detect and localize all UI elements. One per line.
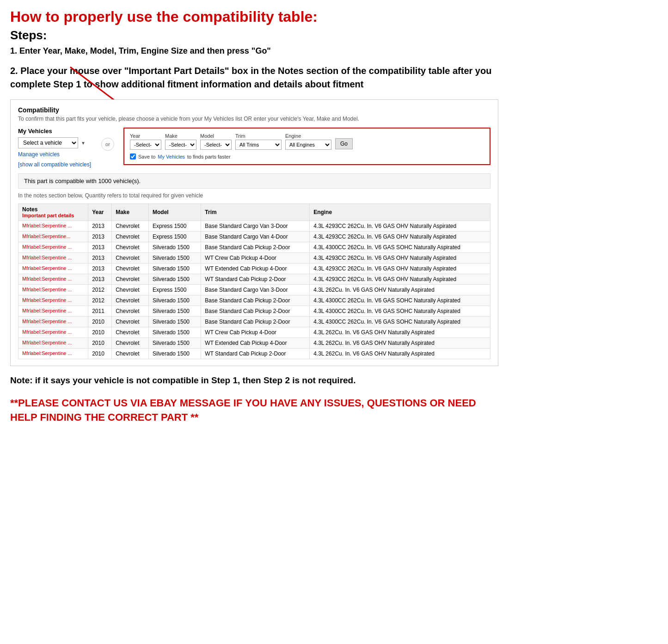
trim-select[interactable]: All Trims <box>235 140 282 150</box>
model-cell: Silverado 1500 <box>148 253 201 264</box>
notes-cell: Mfrlabel:Serpentine ... <box>18 349 88 359</box>
selectors-row: Year -Select- Make -Select- Model <box>130 133 484 150</box>
engine-label: Engine <box>285 133 331 139</box>
engine-cell: 4.3L 262Cu. In. V6 GAS OHV Naturally Asp… <box>310 327 490 338</box>
model-label: Model <box>200 133 232 139</box>
go-button[interactable]: Go <box>335 138 353 149</box>
year-cell: 2013 <box>88 221 112 232</box>
make-cell: Chevrolet <box>112 349 149 359</box>
trim-cell: WT Crew Cab Pickup 4-Door <box>201 253 310 264</box>
model-cell: Silverado 1500 <box>148 295 201 306</box>
make-cell: Chevrolet <box>112 317 149 327</box>
trim-cell: WT Crew Cab Pickup 4-Door <box>201 327 310 338</box>
vehicle-entry-section: Year -Select- Make -Select- Model <box>123 128 490 165</box>
make-label: Make <box>165 133 196 139</box>
compat-title: Compatibility <box>18 106 490 114</box>
engine-cell: 4.3L 4293CC 262Cu. In. V6 GAS OHV Natura… <box>310 253 490 264</box>
model-select[interactable]: -Select- <box>200 140 232 150</box>
manage-vehicles-link[interactable]: Manage vehicles <box>18 151 92 158</box>
my-vehicles-section: My Vehicles Select a vehicle ▼ Manage ve… <box>18 128 92 168</box>
trim-header: Trim <box>201 204 310 221</box>
make-cell: Chevrolet <box>112 242 149 253</box>
year-label: Year <box>130 133 161 139</box>
engine-cell: 4.3L 4300CC 262Cu. In. V6 GAS SOHC Natur… <box>310 317 490 327</box>
model-cell: Silverado 1500 <box>148 242 201 253</box>
year-cell: 2010 <box>88 338 112 349</box>
year-select[interactable]: -Select- <box>130 140 161 150</box>
engine-cell: 4.3L 4300CC 262Cu. In. V6 GAS SOHC Natur… <box>310 295 490 306</box>
year-cell: 2012 <box>88 295 112 306</box>
notes-cell: Mfrlabel:Serpentine ... <box>18 242 88 253</box>
in-notes-text: In the notes section below, Quantity ref… <box>18 192 490 199</box>
make-group: Make -Select- <box>165 133 196 150</box>
table-row: Mfrlabel:Serpentine ...2013ChevroletSilv… <box>18 242 490 253</box>
engine-cell: 4.3L 4293CC 262Cu. In. V6 GAS OHV Natura… <box>310 232 490 242</box>
dropdown-icon: ▼ <box>81 141 86 146</box>
save-checkbox[interactable] <box>130 153 136 159</box>
model-cell: Silverado 1500 <box>148 349 201 359</box>
table-row: Mfrlabel:Serpentine ...2011ChevroletSilv… <box>18 306 490 317</box>
notes-cell: Mfrlabel:Serpentine ... <box>18 295 88 306</box>
trim-cell: Base Standard Cab Pickup 2-Door <box>201 242 310 253</box>
engine-select[interactable]: All Engines <box>285 140 331 150</box>
model-cell: Silverado 1500 <box>148 317 201 327</box>
steps-heading: Steps: <box>10 28 498 43</box>
table-row: Mfrlabel:Serpentine ...2012ChevroletSilv… <box>18 295 490 306</box>
trim-cell: WT Standard Cab Pickup 2-Door <box>201 349 310 359</box>
year-cell: 2013 <box>88 274 112 285</box>
table-row: Mfrlabel:Serpentine ...2010ChevroletSilv… <box>18 327 490 338</box>
make-select[interactable]: -Select- <box>165 140 196 150</box>
notes-cell: Mfrlabel:Serpentine ... <box>18 285 88 295</box>
year-cell: 2011 <box>88 306 112 317</box>
make-header: Make <box>112 204 149 221</box>
model-header: Model <box>148 204 201 221</box>
vehicle-select[interactable]: Select a vehicle <box>18 137 78 148</box>
trim-cell: Base Standard Cab Pickup 2-Door <box>201 306 310 317</box>
year-cell: 2013 <box>88 253 112 264</box>
trim-cell: WT Standard Cab Pickup 2-Door <box>201 274 310 285</box>
vehicle-select-row: Select a vehicle ▼ <box>18 137 92 148</box>
notes-cell: Mfrlabel:Serpentine ... <box>18 327 88 338</box>
my-vehicles-link[interactable]: My Vehicles <box>158 154 185 159</box>
notes-cell: Mfrlabel:Serpentine ... <box>18 306 88 317</box>
make-cell: Chevrolet <box>112 285 149 295</box>
year-header: Year <box>88 204 112 221</box>
step2-text: 2. Place your mouse over "Important Part… <box>10 64 498 91</box>
engine-cell: 4.3L 4293CC 262Cu. In. V6 GAS OHV Natura… <box>310 274 490 285</box>
make-cell: Chevrolet <box>112 221 149 232</box>
make-cell: Chevrolet <box>112 327 149 338</box>
model-cell: Silverado 1500 <box>148 338 201 349</box>
show-all-link[interactable]: [show all compatible vehicles] <box>18 161 92 168</box>
or-circle: or <box>101 138 114 151</box>
engine-cell: 4.3L 262Cu. In. V6 GAS OHV Naturally Asp… <box>310 338 490 349</box>
model-cell: Silverado 1500 <box>148 306 201 317</box>
engine-cell: 4.3L 4293CC 262Cu. In. V6 GAS OHV Natura… <box>310 221 490 232</box>
contact-text: **PLEASE CONTACT US VIA EBAY MESSAGE IF … <box>10 396 498 425</box>
year-cell: 2012 <box>88 285 112 295</box>
make-cell: Chevrolet <box>112 253 149 264</box>
step1-text: 1. Enter Year, Make, Model, Trim, Engine… <box>10 45 498 57</box>
trim-cell: WT Extended Cab Pickup 4-Door <box>201 264 310 274</box>
notes-cell: Mfrlabel:Serpentine ... <box>18 221 88 232</box>
main-title: How to properly use the compatibility ta… <box>10 8 498 25</box>
model-cell: Silverado 1500 <box>148 327 201 338</box>
compat-subtitle: To confirm that this part fits your vehi… <box>18 116 490 122</box>
year-cell: 2013 <box>88 264 112 274</box>
table-row: Mfrlabel:Serpentine...2013ChevroletExpre… <box>18 232 490 242</box>
trim-cell: Base Standard Cargo Van 3-Door <box>201 285 310 295</box>
trim-label: Trim <box>235 133 282 139</box>
model-cell: Express 1500 <box>148 232 201 242</box>
note-text: Note: if it says your vehicle is not com… <box>10 374 498 387</box>
year-cell: 2010 <box>88 327 112 338</box>
notes-cell: Mfrlabel:Serpentine... <box>18 232 88 242</box>
model-cell: Express 1500 <box>148 221 201 232</box>
trim-cell: Base Standard Cargo Van 3-Door <box>201 221 310 232</box>
notes-cell: Mfrlabel:Serpentine ... <box>18 264 88 274</box>
table-row: Mfrlabel:Serpentine ...2013ChevroletSilv… <box>18 253 490 264</box>
table-row: Mfrlabel:Serpentine ...2012ChevroletExpr… <box>18 285 490 295</box>
make-cell: Chevrolet <box>112 274 149 285</box>
model-group: Model -Select- <box>200 133 232 150</box>
table-row: Mfrlabel:Serpentine ...2013ChevroletSilv… <box>18 264 490 274</box>
trim-cell: WT Extended Cab Pickup 4-Door <box>201 338 310 349</box>
model-cell: Silverado 1500 <box>148 274 201 285</box>
